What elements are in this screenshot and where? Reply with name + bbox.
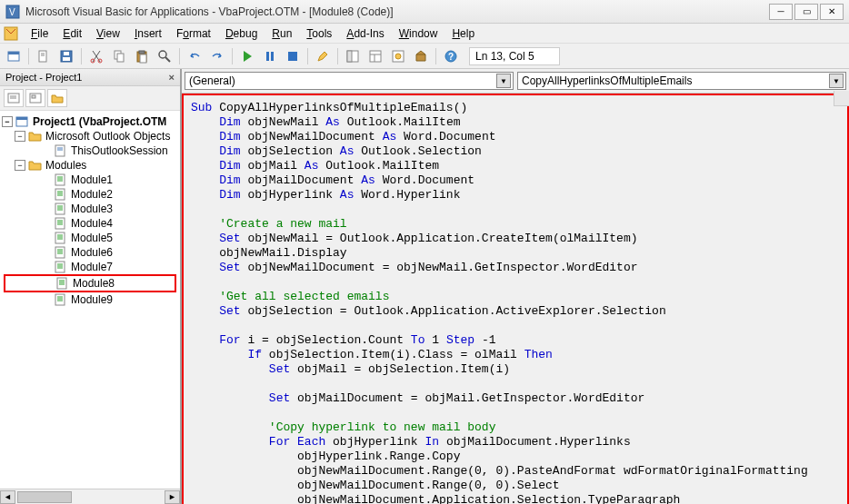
chevron-down-icon: ▼ bbox=[496, 74, 511, 88]
menu-edit[interactable]: Edit bbox=[55, 25, 89, 42]
find-button[interactable] bbox=[155, 46, 175, 66]
help-button[interactable]: ? bbox=[441, 46, 461, 66]
svg-rect-22 bbox=[288, 52, 297, 61]
svg-rect-21 bbox=[271, 52, 274, 61]
tree-item-module9[interactable]: Module9 bbox=[2, 292, 178, 307]
tree-folder-modules[interactable]: −Modules bbox=[2, 158, 178, 173]
tree-item-module6[interactable]: Module6 bbox=[2, 245, 178, 260]
menubar: FileEditViewInsertFormatDebugRunToolsAdd… bbox=[0, 24, 849, 44]
chevron-down-icon: ▼ bbox=[829, 74, 844, 88]
menu-help[interactable]: Help bbox=[444, 25, 482, 42]
tree-folder-outlook-objects[interactable]: −Microsoft Outlook Objects bbox=[2, 129, 178, 143]
toolbox-button[interactable] bbox=[411, 46, 431, 66]
design-mode-button[interactable] bbox=[313, 46, 333, 66]
procedure-dropdown[interactable]: CopyAllHyperlinksOfMultipleEmails ▼ bbox=[517, 72, 846, 90]
undo-button[interactable] bbox=[185, 46, 205, 66]
project-panel-close[interactable]: × bbox=[169, 72, 175, 83]
tree-project-root[interactable]: −Project1 (VbaProject.OTM bbox=[2, 114, 178, 129]
tree-node-label: Module8 bbox=[73, 277, 115, 290]
tree-node-label: ThisOutlookSession bbox=[71, 144, 168, 157]
tree-node-label: Modules bbox=[45, 159, 86, 172]
break-button[interactable] bbox=[260, 46, 280, 66]
svg-line-19 bbox=[165, 57, 170, 62]
toggle-folders-button[interactable] bbox=[47, 89, 67, 107]
module-icon bbox=[54, 246, 68, 259]
svg-rect-59 bbox=[55, 232, 65, 243]
procedure-dropdown-value: CopyAllHyperlinksOfMultipleEmails bbox=[522, 74, 692, 87]
module-icon bbox=[54, 293, 68, 306]
class-icon bbox=[54, 144, 68, 157]
scroll-right-button[interactable]: ► bbox=[165, 490, 180, 504]
code-editor[interactable]: Sub CopyAllHyperlinksOfMultipleEmails() … bbox=[182, 94, 849, 504]
svg-point-29 bbox=[395, 54, 401, 59]
svg-rect-5 bbox=[39, 51, 46, 62]
minimize-button[interactable]: ─ bbox=[769, 4, 793, 20]
tree-item-thisoutlooksession[interactable]: ThisOutlookSession bbox=[2, 143, 178, 158]
project-tree[interactable]: −Project1 (VbaProject.OTM−Microsoft Outl… bbox=[0, 111, 180, 489]
maximize-button[interactable]: ▭ bbox=[794, 4, 818, 20]
tree-node-label: Module6 bbox=[71, 246, 113, 259]
module-icon bbox=[54, 188, 68, 201]
save-button[interactable] bbox=[56, 46, 76, 66]
expand-toggle[interactable]: − bbox=[15, 131, 25, 142]
tree-item-module7[interactable]: Module7 bbox=[2, 260, 178, 274]
svg-rect-20 bbox=[266, 52, 269, 61]
menu-format[interactable]: Format bbox=[169, 25, 218, 42]
close-button[interactable]: ✕ bbox=[820, 4, 844, 20]
svg-rect-39 bbox=[16, 117, 27, 120]
svg-rect-71 bbox=[57, 278, 66, 289]
view-outlook-button[interactable] bbox=[4, 46, 24, 66]
paste-button[interactable] bbox=[132, 46, 152, 66]
svg-rect-4 bbox=[8, 52, 19, 54]
module-icon bbox=[54, 217, 68, 230]
menu-file[interactable]: File bbox=[24, 25, 55, 42]
menu-debug[interactable]: Debug bbox=[218, 25, 265, 42]
menu-run[interactable]: Run bbox=[265, 25, 299, 42]
expand-toggle[interactable]: − bbox=[15, 160, 25, 171]
horizontal-scrollbar[interactable]: ◄ ► bbox=[0, 489, 180, 504]
scroll-left-button[interactable]: ◄ bbox=[0, 490, 15, 504]
tree-item-module1[interactable]: Module1 bbox=[2, 173, 178, 187]
svg-rect-37 bbox=[32, 95, 35, 98]
module-icon bbox=[54, 203, 68, 215]
view-code-button[interactable] bbox=[4, 89, 24, 107]
svg-point-18 bbox=[159, 51, 166, 58]
run-button[interactable] bbox=[237, 46, 257, 66]
svg-rect-43 bbox=[55, 174, 65, 185]
tree-item-module8[interactable]: Module8 bbox=[4, 274, 176, 292]
svg-rect-47 bbox=[55, 189, 65, 200]
view-object-button[interactable] bbox=[25, 89, 45, 107]
svg-rect-75 bbox=[55, 294, 65, 305]
menu-add-ins[interactable]: Add-Ins bbox=[339, 25, 391, 42]
tree-item-module5[interactable]: Module5 bbox=[2, 231, 178, 245]
tree-item-module3[interactable]: Module3 bbox=[2, 202, 178, 216]
module-icon bbox=[54, 261, 68, 273]
properties-button[interactable] bbox=[365, 46, 385, 66]
copy-button[interactable] bbox=[109, 46, 129, 66]
mdi-controls bbox=[834, 91, 849, 106]
expand-toggle[interactable]: − bbox=[2, 116, 13, 127]
svg-rect-63 bbox=[55, 247, 65, 258]
svg-rect-24 bbox=[347, 51, 352, 62]
tree-item-module4[interactable]: Module4 bbox=[2, 216, 178, 231]
svg-text:?: ? bbox=[448, 52, 454, 62]
svg-rect-14 bbox=[117, 54, 124, 62]
project-explorer-panel: Project - Project1 × −Project1 (VbaProje… bbox=[0, 69, 182, 504]
object-dropdown[interactable]: (General) ▼ bbox=[185, 72, 514, 90]
project-panel-title: Project - Project1 bbox=[5, 72, 82, 83]
insert-module-button[interactable] bbox=[34, 46, 54, 66]
menu-tools[interactable]: Tools bbox=[299, 25, 339, 42]
redo-button[interactable] bbox=[207, 46, 227, 66]
menu-view[interactable]: View bbox=[89, 25, 127, 42]
menu-window[interactable]: Window bbox=[392, 25, 445, 42]
object-browser-button[interactable] bbox=[388, 46, 408, 66]
tree-node-label: Module7 bbox=[71, 261, 113, 273]
tree-node-label: Module5 bbox=[71, 232, 113, 244]
project-panel-header: Project - Project1 × bbox=[0, 69, 180, 86]
menu-insert[interactable]: Insert bbox=[127, 25, 169, 42]
tree-node-label: Module9 bbox=[71, 293, 113, 306]
tree-item-module2[interactable]: Module2 bbox=[2, 187, 178, 202]
project-explorer-button[interactable] bbox=[343, 46, 363, 66]
reset-button[interactable] bbox=[283, 46, 303, 66]
cut-button[interactable] bbox=[86, 46, 106, 66]
